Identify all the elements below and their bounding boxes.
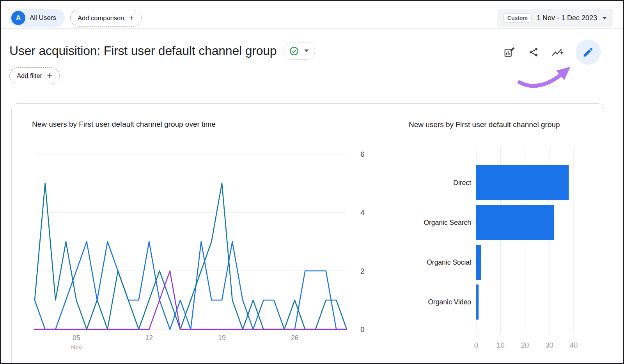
share-icon[interactable]	[527, 46, 540, 58]
svg-text:30: 30	[545, 341, 553, 349]
pencil-edit-icon	[582, 46, 594, 58]
caret-down-icon	[602, 17, 607, 19]
report-title-row: User acquisition: First user default cha…	[9, 42, 315, 60]
svg-text:10: 10	[496, 341, 505, 349]
edit-report-button[interactable]	[576, 40, 601, 65]
all-users-label: All Users	[30, 14, 56, 22]
svg-text:Direct: Direct	[453, 179, 471, 187]
plus-icon: +	[129, 14, 134, 23]
svg-text:26: 26	[291, 334, 298, 342]
bar-chart-title: New users by First user default channel …	[409, 118, 588, 131]
date-range-picker[interactable]: Custom 1 Nov - 1 Dec 2023	[497, 9, 613, 27]
svg-text:Nov: Nov	[71, 344, 82, 350]
svg-text:4: 4	[360, 209, 365, 217]
page-title: User acquisition: First user default cha…	[9, 44, 277, 58]
bar-chart: 010203040DirectOrganic SearchOrganic Soc…	[409, 143, 600, 355]
all-users-segment-chip[interactable]: A All Users	[9, 9, 65, 27]
bar-organic-video	[476, 284, 479, 320]
add-comparison-label: Add comparison	[78, 14, 124, 22]
svg-text:Organic Search: Organic Search	[424, 219, 471, 226]
ga4-report-page: { "topbar": { "avatar_letter": "A", "all…	[0, 0, 624, 364]
svg-text:Organic Social: Organic Social	[427, 258, 471, 266]
svg-text:6: 6	[360, 150, 365, 158]
date-mode-badge: Custom	[503, 13, 532, 23]
chart-edit-icon[interactable]	[503, 46, 516, 58]
add-comparison-button[interactable]: Add comparison +	[70, 10, 142, 27]
top-bar: A All Users Add comparison + Custom 1 No…	[9, 9, 613, 27]
plus-icon: +	[47, 71, 52, 80]
report-status-dropdown[interactable]	[283, 42, 315, 60]
svg-text:19: 19	[218, 334, 225, 342]
caret-down-icon	[304, 49, 309, 52]
insights-sparkline-icon[interactable]	[551, 46, 564, 58]
bar-direct	[476, 165, 569, 200]
add-filter-label: Add filter	[17, 72, 42, 80]
line-chart: 642005Nov121926	[31, 141, 382, 353]
svg-text:12: 12	[145, 334, 153, 342]
svg-text:Organic Video: Organic Video	[428, 298, 471, 306]
svg-text:05: 05	[73, 334, 80, 342]
report-card: New users by First user default channel …	[11, 103, 604, 364]
segment-avatar: A	[11, 11, 25, 25]
svg-text:0: 0	[474, 341, 478, 349]
svg-text:20: 20	[521, 341, 529, 349]
segment-controls: A All Users Add comparison +	[9, 9, 142, 27]
svg-text:2: 2	[360, 267, 365, 275]
add-filter-button[interactable]: Add filter +	[9, 67, 60, 84]
report-toolbar	[503, 40, 601, 65]
header-divider	[1, 28, 623, 29]
svg-text:0: 0	[360, 325, 365, 334]
bar-organic-social	[476, 245, 481, 280]
date-range-value: 1 Nov - 1 Dec 2023	[537, 14, 597, 22]
svg-text:40: 40	[570, 341, 578, 349]
bar-organic-search	[476, 205, 554, 240]
check-circle-icon	[289, 46, 299, 56]
line-chart-title: New users by First user default channel …	[32, 120, 216, 129]
